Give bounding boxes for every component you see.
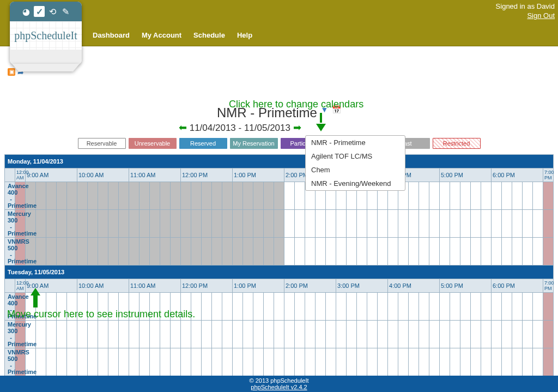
time-slot[interactable] xyxy=(357,293,367,321)
time-slot[interactable] xyxy=(398,293,409,321)
sign-out-link[interactable]: Sign Out xyxy=(496,11,555,21)
time-slot[interactable] xyxy=(295,182,305,210)
time-slot[interactable] xyxy=(492,293,502,321)
time-slot[interactable] xyxy=(274,238,284,266)
time-slot[interactable] xyxy=(502,293,512,321)
time-slot[interactable] xyxy=(388,210,398,238)
time-slot[interactable] xyxy=(181,238,191,266)
time-slot[interactable] xyxy=(140,182,150,210)
time-slot[interactable] xyxy=(523,293,533,321)
time-slot[interactable] xyxy=(202,182,212,210)
time-slot[interactable] xyxy=(523,210,533,238)
time-slot[interactable] xyxy=(429,348,440,376)
time-slot[interactable] xyxy=(502,348,512,376)
time-slot[interactable] xyxy=(46,321,57,348)
time-slot[interactable] xyxy=(181,182,191,210)
time-slot[interactable] xyxy=(243,182,253,210)
time-slot[interactable] xyxy=(129,321,140,348)
time-slot[interactable] xyxy=(460,238,471,266)
time-slot[interactable] xyxy=(119,210,129,238)
time-slot[interactable] xyxy=(98,321,108,348)
time-slot[interactable] xyxy=(460,348,471,376)
time-slot[interactable] xyxy=(367,293,378,321)
time-slot[interactable] xyxy=(336,238,347,266)
time-slot[interactable] xyxy=(440,182,450,210)
time-slot[interactable] xyxy=(57,210,67,238)
time-slot[interactable] xyxy=(471,293,481,321)
time-slot[interactable] xyxy=(388,321,398,348)
time-slot[interactable] xyxy=(450,348,460,376)
time-slot[interactable] xyxy=(336,321,347,348)
time-slot[interactable] xyxy=(367,321,378,348)
time-slot[interactable] xyxy=(326,238,336,266)
time-slot[interactable] xyxy=(171,348,181,376)
time-slot[interactable] xyxy=(233,210,243,238)
time-slot[interactable] xyxy=(284,238,295,266)
time-slot[interactable] xyxy=(171,182,181,210)
dropdown-item[interactable]: Chem xyxy=(306,163,405,177)
time-slot[interactable] xyxy=(243,348,253,376)
time-slot[interactable] xyxy=(471,321,481,348)
time-slot[interactable] xyxy=(347,348,357,376)
time-slot[interactable] xyxy=(316,348,326,376)
time-slot[interactable] xyxy=(129,238,140,266)
time-slot[interactable] xyxy=(481,293,492,321)
time-slot[interactable] xyxy=(523,238,533,266)
time-slot[interactable] xyxy=(398,348,409,376)
time-slot[interactable] xyxy=(222,348,233,376)
time-slot[interactable] xyxy=(419,293,429,321)
time-slot[interactable] xyxy=(502,210,512,238)
time-slot[interactable] xyxy=(450,210,460,238)
time-slot[interactable] xyxy=(119,321,129,348)
time-slot[interactable] xyxy=(533,348,543,376)
time-slot[interactable] xyxy=(108,210,119,238)
time-slot[interactable] xyxy=(512,182,523,210)
time-slot[interactable] xyxy=(305,293,316,321)
time-slot[interactable] xyxy=(429,321,440,348)
time-slot[interactable] xyxy=(264,210,274,238)
time-slot[interactable] xyxy=(398,238,409,266)
time-slot[interactable] xyxy=(429,293,440,321)
time-slot[interactable] xyxy=(67,182,77,210)
time-slot[interactable] xyxy=(347,293,357,321)
time-slot[interactable] xyxy=(243,238,253,266)
time-slot[interactable] xyxy=(305,321,316,348)
time-slot[interactable] xyxy=(264,348,274,376)
time-slot[interactable] xyxy=(533,293,543,321)
time-slot[interactable] xyxy=(119,238,129,266)
time-slot[interactable] xyxy=(450,293,460,321)
time-slot[interactable] xyxy=(502,238,512,266)
time-slot[interactable] xyxy=(36,210,46,238)
time-slot[interactable] xyxy=(367,238,378,266)
time-slot[interactable] xyxy=(460,321,471,348)
time-slot[interactable] xyxy=(233,293,243,321)
time-slot[interactable] xyxy=(409,210,419,238)
time-slot[interactable] xyxy=(429,210,440,238)
time-slot[interactable] xyxy=(253,321,264,348)
time-slot[interactable] xyxy=(284,210,295,238)
time-slot[interactable] xyxy=(492,321,502,348)
time-slot[interactable] xyxy=(36,238,46,266)
time-slot[interactable] xyxy=(274,321,284,348)
time-slot[interactable] xyxy=(492,348,502,376)
time-slot[interactable] xyxy=(98,182,108,210)
dropdown-item[interactable]: NMR - Primetime xyxy=(306,136,405,149)
time-slot[interactable] xyxy=(336,293,347,321)
time-slot[interactable] xyxy=(409,321,419,348)
time-slot[interactable] xyxy=(523,321,533,348)
time-slot[interactable] xyxy=(274,348,284,376)
time-slot[interactable] xyxy=(243,293,253,321)
time-slot[interactable] xyxy=(212,238,222,266)
time-slot[interactable] xyxy=(150,348,160,376)
time-slot[interactable] xyxy=(512,238,523,266)
time-slot[interactable] xyxy=(450,238,460,266)
time-slot[interactable] xyxy=(357,238,367,266)
time-slot[interactable] xyxy=(129,182,140,210)
time-slot[interactable] xyxy=(233,348,243,376)
time-slot[interactable] xyxy=(67,348,77,376)
time-slot[interactable] xyxy=(481,321,492,348)
time-slot[interactable] xyxy=(274,210,284,238)
time-slot[interactable] xyxy=(222,238,233,266)
time-slot[interactable] xyxy=(222,210,233,238)
time-slot[interactable] xyxy=(440,321,450,348)
